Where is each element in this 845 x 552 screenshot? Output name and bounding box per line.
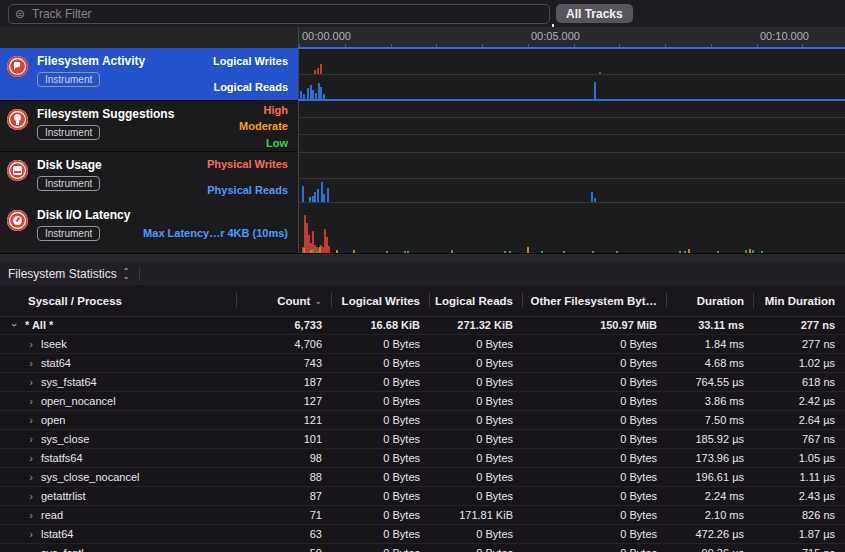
value-cell: 0 Bytes [523, 433, 667, 445]
lane-label: Low [266, 137, 288, 149]
table-row[interactable]: ›fstatfs64980 Bytes0 Bytes0 Bytes173.96 … [0, 449, 845, 468]
value-cell: 196.61 µs [667, 471, 754, 483]
value-cell: 0 Bytes [332, 471, 430, 483]
disclosure-closed-icon[interactable]: › [26, 528, 36, 540]
filesystem-suggestions-icon [7, 109, 28, 130]
value-cell: 2.24 ms [667, 490, 754, 502]
lane-label: Logical Reads [213, 81, 288, 93]
column-header-syscall-process[interactable]: Syscall / Process [0, 285, 237, 316]
value-cell: 0 Bytes [332, 395, 430, 407]
disclosure-closed-icon[interactable]: › [26, 490, 36, 502]
disclosure-closed-icon[interactable]: › [26, 471, 36, 483]
disclosure-open-icon[interactable]: › [9, 320, 21, 330]
value-cell: 0 Bytes [430, 490, 523, 502]
value-cell: 0 Bytes [430, 528, 523, 540]
track-filter-input[interactable] [30, 6, 543, 22]
column-header-logical-writes[interactable]: Logical Writes [332, 285, 430, 316]
disclosure-closed-icon[interactable]: › [26, 452, 36, 464]
value-cell: 4,706 [237, 338, 332, 350]
chart-disk-io-latency[interactable] [299, 202, 845, 254]
table-row[interactable]: ›sys_fcntl590 Bytes0 Bytes0 Bytes99.36 µ… [0, 544, 845, 552]
disclosure-closed-icon[interactable]: › [26, 357, 36, 369]
table-row[interactable]: ›stat647430 Bytes0 Bytes0 Bytes4.68 ms1.… [0, 354, 845, 373]
disclosure-closed-icon[interactable]: › [26, 433, 36, 445]
track-header-disk-usage[interactable]: Disk Usage Instrument Physical Writes Ph… [0, 152, 298, 203]
syscall-name: sys_fstat64 [41, 376, 97, 388]
table-row[interactable]: ›read710 Bytes171.81 KiB0 Bytes2.10 ms82… [0, 506, 845, 525]
value-cell: 2.42 µs [754, 395, 845, 407]
value-cell: 472.26 µs [667, 528, 754, 540]
detail-jump-bar[interactable]: Filesystem Statistics ⌃⌄ [0, 262, 845, 285]
track-header-divider[interactable] [298, 27, 299, 253]
column-header-min-duration[interactable]: Min Duration [754, 285, 845, 316]
table-row[interactable]: ›getattrlist870 Bytes0 Bytes0 Bytes2.24 … [0, 487, 845, 506]
ruler-left-spacer [0, 27, 298, 48]
syscall-name: * All * [25, 319, 53, 331]
table-row[interactable]: ›open1210 Bytes0 Bytes0 Bytes7.50 ms2.64… [0, 411, 845, 430]
track-filter-field[interactable]: ⊜ [8, 4, 550, 24]
column-header-other-filesystem-bytes[interactable]: Other Filesystem Byt… [523, 285, 667, 316]
track-header-filesystem-suggestions[interactable]: Filesystem Suggestions Instrument High M… [0, 101, 298, 152]
disclosure-closed-icon[interactable]: › [26, 414, 36, 426]
table-row[interactable]: ›sys_fstat641870 Bytes0 Bytes0 Bytes764.… [0, 373, 845, 392]
syscall-cell: ›open_nocancel [0, 392, 237, 410]
disclosure-closed-icon[interactable]: › [26, 338, 36, 350]
disk-usage-icon [7, 160, 28, 181]
chart-disk-usage[interactable] [299, 152, 845, 203]
column-header-count[interactable]: Count ⌄ [237, 285, 332, 316]
value-cell: 127 [237, 395, 332, 407]
syscall-cell: ›sys_fcntl [0, 544, 237, 552]
value-cell: 0 Bytes [523, 547, 667, 552]
table-row[interactable]: ›sys_close1010 Bytes0 Bytes0 Bytes185.92… [0, 430, 845, 449]
disclosure-closed-icon[interactable]: › [26, 395, 36, 407]
table-row[interactable]: ›open_nocancel1270 Bytes0 Bytes0 Bytes3.… [0, 392, 845, 411]
value-cell: 277 ns [754, 338, 845, 350]
chart-filesystem-suggestions[interactable] [299, 101, 845, 151]
syscall-cell: ›fstatfs64 [0, 449, 237, 467]
disclosure-closed-icon[interactable]: › [26, 547, 36, 552]
value-cell: 3.86 ms [667, 395, 754, 407]
value-cell: 0 Bytes [430, 395, 523, 407]
value-cell: 0 Bytes [523, 471, 667, 483]
all-tracks-button[interactable]: All Tracks [556, 4, 633, 23]
value-cell: 0 Bytes [332, 433, 430, 445]
chart-filesystem-activity[interactable] [299, 48, 845, 100]
table-row[interactable]: ›* All *6,73316.68 KiB271.32 KiB150.97 M… [0, 316, 845, 335]
lane-label: Moderate [239, 120, 288, 132]
value-cell: 101 [237, 433, 332, 445]
chart-bar [323, 194, 325, 202]
syscall-name: sys_fcntl [41, 547, 84, 552]
column-header-logical-reads[interactable]: Logical Reads [430, 285, 523, 316]
column-header-duration[interactable]: Duration [667, 285, 754, 316]
value-cell: 33.11 ms [667, 319, 754, 331]
table-row[interactable]: ›sys_close_nocancel880 Bytes0 Bytes0 Byt… [0, 468, 845, 487]
timeline-ruler[interactable]: 00:00.000 00:05.000 00:10.000 [298, 27, 845, 48]
chart-bar [317, 68, 319, 74]
syscall-cell: ›lseek [0, 335, 237, 353]
track-title: Filesystem Suggestions [37, 107, 174, 121]
value-cell: 63 [237, 528, 332, 540]
disclosure-closed-icon[interactable]: › [26, 376, 36, 388]
ruler-time-label: 00:00.000 [302, 30, 351, 42]
value-cell: 7.50 ms [667, 414, 754, 426]
table-row[interactable]: ›lseek4,7060 Bytes0 Bytes0 Bytes1.84 ms2… [0, 335, 845, 354]
table-row[interactable]: ›lstat64630 Bytes0 Bytes0 Bytes472.26 µs… [0, 525, 845, 544]
track-title: Disk Usage [37, 158, 102, 172]
syscall-cell: ›sys_close [0, 430, 237, 448]
value-cell: 0 Bytes [332, 414, 430, 426]
syscall-name: sys_close [41, 433, 89, 445]
value-cell: 0 Bytes [332, 547, 430, 552]
syscall-name: lseek [41, 338, 67, 350]
value-cell: 743 [237, 357, 332, 369]
value-cell: 98 [237, 452, 332, 464]
track-header-filesystem-activity[interactable]: Filesystem Activity Instrument Logical W… [0, 48, 298, 101]
value-cell: 2.64 µs [754, 414, 845, 426]
instruments-window: ⊜ All Tracks 00:00.000 00:05.000 00:10.0… [0, 0, 845, 552]
syscall-cell: ›sys_fstat64 [0, 373, 237, 391]
detail-view-selector-icon[interactable]: ⌃⌄ [123, 269, 130, 279]
detail-view-title[interactable]: Filesystem Statistics [8, 267, 117, 281]
value-cell: 0 Bytes [430, 357, 523, 369]
track-header-disk-io-latency[interactable]: Disk I/O Latency Instrument Max Latency…… [0, 202, 298, 253]
disclosure-closed-icon[interactable]: › [26, 509, 36, 521]
chart-bar [594, 82, 596, 99]
